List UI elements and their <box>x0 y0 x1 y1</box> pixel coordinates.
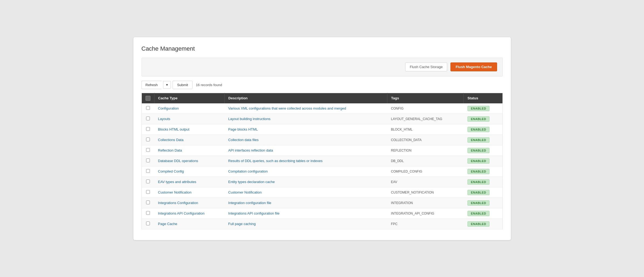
status-cell: ENABLED <box>464 166 502 177</box>
status-cell: ENABLED <box>464 177 502 187</box>
cache-type-link[interactable]: Collections Data <box>158 138 184 142</box>
cache-type-link[interactable]: Customer Notification <box>158 190 191 194</box>
tags-cell: FPC <box>387 219 463 229</box>
row-checkbox-cell[interactable] <box>142 187 154 198</box>
tag-value: COLLECTION_DATA <box>391 138 422 142</box>
description-link[interactable]: Layout building instructions <box>228 117 271 121</box>
row-checkbox[interactable] <box>146 106 150 110</box>
description-cell: Entity types declaration cache <box>225 177 387 187</box>
cache-type-cell: Collections Data <box>154 135 225 145</box>
cache-table: Cache Type Description Tags Status Confi… <box>142 93 503 229</box>
row-checkbox[interactable] <box>146 180 150 183</box>
tags-cell: LAYOUT_GENERAL_CACHE_TAG <box>387 114 463 124</box>
row-checkbox[interactable] <box>146 222 150 225</box>
description-cell: Customer Notification <box>225 187 387 198</box>
table-row: Page CacheFull page cachingFPCENABLED <box>142 219 502 229</box>
description-cell: Various XML configurations that were col… <box>225 103 387 114</box>
status-cell: ENABLED <box>464 145 502 156</box>
cache-type-link[interactable]: Layouts <box>158 117 170 121</box>
header-checkbox-cell[interactable] <box>142 93 154 103</box>
tags-cell: CONFIG <box>387 103 463 114</box>
cache-type-cell: Customer Notification <box>154 187 225 198</box>
cache-type-link[interactable]: Database DDL operations <box>158 159 198 163</box>
row-checkbox[interactable] <box>146 148 150 152</box>
tag-value: INTEGRATION <box>391 201 413 205</box>
cache-type-link[interactable]: Integrations Configuration <box>158 201 198 205</box>
row-checkbox-cell[interactable] <box>142 156 154 166</box>
status-badge: ENABLED <box>467 169 490 174</box>
header-cache-type: Cache Type <box>154 93 225 103</box>
description-link[interactable]: Collection data files <box>228 138 259 142</box>
table-row: Collections DataCollection data filesCOL… <box>142 135 502 145</box>
table-row: Integrations ConfigurationIntegration co… <box>142 198 502 208</box>
row-checkbox[interactable] <box>146 190 150 194</box>
top-toolbar: Flush Cache Storage Flush Magento Cache <box>142 58 503 76</box>
row-checkbox[interactable] <box>146 127 150 131</box>
description-link[interactable]: Various XML configurations that were col… <box>228 106 346 110</box>
status-badge: ENABLED <box>467 158 490 164</box>
table-row: LayoutsLayout building instructionsLAYOU… <box>142 114 502 124</box>
cache-type-link[interactable]: Blocks HTML output <box>158 127 190 131</box>
row-checkbox-cell[interactable] <box>142 103 154 114</box>
row-checkbox-cell[interactable] <box>142 135 154 145</box>
flush-magento-cache-button[interactable]: Flush Magento Cache <box>450 62 497 71</box>
row-checkbox-cell[interactable] <box>142 114 154 124</box>
status-badge: ENABLED <box>467 106 490 111</box>
cache-type-link[interactable]: Page Cache <box>158 222 177 226</box>
row-checkbox[interactable] <box>146 159 150 162</box>
row-checkbox-cell[interactable] <box>142 177 154 187</box>
description-link[interactable]: Compilation configuration <box>228 169 268 173</box>
row-checkbox-cell[interactable] <box>142 219 154 229</box>
tags-cell: COMPILED_CONFIG <box>387 166 463 177</box>
row-checkbox-cell[interactable] <box>142 198 154 208</box>
cache-type-link[interactable]: Compiled Config <box>158 169 184 173</box>
description-link[interactable]: Full page caching <box>228 222 256 226</box>
tag-value: CONFIG <box>391 107 404 110</box>
row-checkbox-cell[interactable] <box>142 208 154 219</box>
cache-type-link[interactable]: Integrations API Configuration <box>158 211 205 215</box>
status-badge: ENABLED <box>467 221 490 227</box>
flush-cache-storage-button[interactable]: Flush Cache Storage <box>405 62 447 71</box>
status-badge: ENABLED <box>467 148 490 153</box>
header-description: Description <box>225 93 387 103</box>
status-badge: ENABLED <box>467 137 490 143</box>
tag-value: CUSTOMER_NOTIFICATION <box>391 191 434 194</box>
refresh-button[interactable]: Refresh <box>142 81 162 89</box>
row-checkbox[interactable] <box>146 169 150 173</box>
description-cell: Full page caching <box>225 219 387 229</box>
cache-type-cell: Layouts <box>154 114 225 124</box>
row-checkbox-cell[interactable] <box>142 124 154 135</box>
status-cell: ENABLED <box>464 198 502 208</box>
tags-cell: EAV <box>387 177 463 187</box>
row-checkbox[interactable] <box>146 138 150 141</box>
tags-cell: COLLECTION_DATA <box>387 135 463 145</box>
page-container: Cache Management Flush Cache Storage Flu… <box>133 37 511 240</box>
submit-button[interactable]: Submit <box>173 81 192 89</box>
tag-value: LAYOUT_GENERAL_CACHE_TAG <box>391 117 442 121</box>
row-checkbox[interactable] <box>146 211 150 215</box>
cache-type-link[interactable]: Reflection Data <box>158 148 182 152</box>
description-link[interactable]: API interfaces reflection data <box>228 148 273 152</box>
select-all-checkbox[interactable] <box>146 96 150 101</box>
cache-type-cell: Integrations Configuration <box>154 198 225 208</box>
status-cell: ENABLED <box>464 114 502 124</box>
row-checkbox[interactable] <box>146 201 150 204</box>
cache-type-link[interactable]: EAV types and attributes <box>158 180 196 184</box>
description-link[interactable]: Page blocks HTML <box>228 127 258 131</box>
description-link[interactable]: Integration configuration file <box>228 201 271 205</box>
cache-type-cell: Database DDL operations <box>154 156 225 166</box>
table-row: ConfigurationVarious XML configurations … <box>142 103 502 114</box>
row-checkbox-cell[interactable] <box>142 145 154 156</box>
description-link[interactable]: Results of DDL queries, such as describi… <box>228 159 323 163</box>
description-link[interactable]: Customer Notification <box>228 190 262 194</box>
tag-value: INTEGRATION_API_CONFIG <box>391 212 434 215</box>
description-link[interactable]: Integrations API configuration file <box>228 211 280 215</box>
refresh-dropdown-button[interactable]: ▼ <box>163 81 171 89</box>
cache-type-link[interactable]: Configuration <box>158 106 179 110</box>
row-checkbox[interactable] <box>146 117 150 120</box>
row-checkbox-cell[interactable] <box>142 166 154 177</box>
description-link[interactable]: Entity types declaration cache <box>228 180 275 184</box>
tag-value: FPC <box>391 222 397 226</box>
status-badge: ENABLED <box>467 200 490 206</box>
status-cell: ENABLED <box>464 208 502 219</box>
